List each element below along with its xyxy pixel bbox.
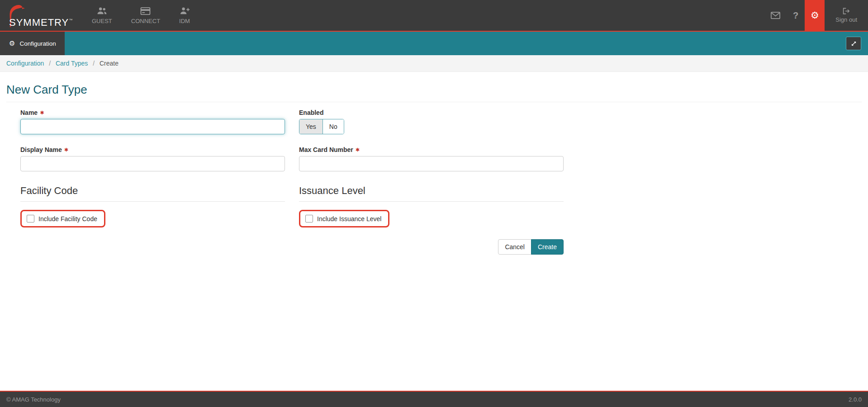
menu-item-label: GUEST	[92, 18, 112, 24]
section-divider	[20, 201, 285, 202]
breadcrumb: Configuration / Card Types / Create	[0, 55, 868, 72]
name-input[interactable]	[20, 119, 285, 134]
page-title: New Card Type	[6, 83, 862, 97]
menu-item-connect[interactable]: CONNECT	[122, 0, 170, 31]
tab-label: Configuration	[19, 40, 56, 47]
help-button[interactable]: ?	[787, 10, 805, 21]
menu-item-label: IDM	[179, 18, 190, 24]
fullscreen-toggle-button[interactable]	[846, 37, 861, 50]
sign-out-label: Sign out	[835, 16, 857, 23]
symmetry-logo[interactable]: SYMMETRY™	[0, 0, 76, 31]
required-marker: ✱	[356, 147, 360, 152]
include-issuance-level-label[interactable]: Include Issuance Level	[317, 215, 381, 222]
include-issuance-level-highlight: Include Issuance Level	[299, 210, 389, 227]
facility-code-section: Facility Code Include Facility Code	[20, 183, 285, 227]
breadcrumb-card-types[interactable]: Card Types	[56, 60, 88, 67]
include-facility-code-label[interactable]: Include Facility Code	[38, 215, 97, 222]
users-icon	[97, 7, 107, 15]
section-divider	[299, 201, 564, 202]
footer-copyright: © AMAG Technology	[6, 396, 61, 403]
name-label: Name ✱	[20, 109, 285, 116]
display-name-field-group: Display Name ✱	[20, 146, 285, 171]
facility-code-title: Facility Code	[20, 185, 285, 197]
footer-version: 2.0.0	[849, 396, 862, 403]
required-marker: ✱	[64, 147, 68, 152]
settings-button-active[interactable]: ⚙	[805, 0, 825, 31]
breadcrumb-separator: /	[49, 60, 51, 67]
trademark: ™	[69, 18, 73, 22]
name-field-group: Name ✱	[20, 109, 285, 134]
question-mark-icon: ?	[793, 10, 798, 20]
sign-out-icon	[843, 8, 850, 14]
create-button[interactable]: Create	[531, 239, 564, 255]
display-name-label: Display Name ✱	[20, 146, 285, 153]
envelope-icon	[771, 12, 780, 19]
enabled-label: Enabled	[299, 109, 564, 116]
form-actions: Cancel Create	[20, 239, 564, 255]
main-menu: GUEST CONNECT IDM	[82, 0, 199, 31]
display-name-input[interactable]	[20, 156, 285, 171]
tab-configuration[interactable]: ⚙ Configuration	[0, 32, 65, 55]
title-divider	[6, 102, 862, 102]
max-card-number-label: Max Card Number ✱	[299, 146, 564, 153]
form-row: Name ✱ Enabled Yes No	[20, 109, 564, 134]
issuance-level-title: Issuance Level	[299, 185, 564, 197]
include-facility-code-highlight: Include Facility Code	[20, 210, 105, 227]
enabled-yes-button[interactable]: Yes	[299, 119, 323, 134]
expand-icon	[850, 40, 857, 47]
user-plus-icon	[180, 7, 190, 15]
page-footer: © AMAG Technology 2.0.0	[0, 391, 868, 407]
main-content: New Card Type Name ✱ Enabled Yes No	[0, 72, 868, 391]
card-icon	[140, 7, 151, 15]
top-navbar: SYMMETRY™ GUEST CONNECT	[0, 0, 868, 32]
brand-name: SYMMETRY™	[9, 17, 73, 28]
max-card-number-input[interactable]	[299, 156, 564, 171]
menu-item-idm[interactable]: IDM	[170, 0, 199, 31]
navbar-right: ? ⚙ Sign out	[764, 0, 868, 31]
enabled-toggle: Yes No	[299, 119, 344, 134]
module-tab-bar: ⚙ Configuration	[0, 32, 868, 55]
menu-item-guest[interactable]: GUEST	[82, 0, 122, 31]
new-card-type-form: Name ✱ Enabled Yes No Display Name	[20, 109, 564, 227]
menu-item-label: CONNECT	[131, 18, 160, 24]
sign-out-button[interactable]: Sign out	[825, 0, 868, 31]
messages-button[interactable]	[764, 12, 787, 19]
required-marker: ✱	[40, 110, 44, 115]
cancel-button[interactable]: Cancel	[498, 239, 531, 255]
include-issuance-level-checkbox[interactable]	[305, 215, 313, 222]
breadcrumb-current: Create	[100, 60, 119, 67]
gear-icon: ⚙	[811, 11, 819, 20]
form-row: Facility Code Include Facility Code Issu…	[20, 183, 564, 227]
breadcrumb-separator: /	[93, 60, 95, 67]
form-row: Display Name ✱ Max Card Number ✱	[20, 146, 564, 171]
breadcrumb-configuration[interactable]: Configuration	[6, 60, 44, 67]
enabled-no-button[interactable]: No	[323, 119, 344, 134]
gear-icon: ⚙	[9, 40, 15, 47]
max-card-number-field-group: Max Card Number ✱	[299, 146, 564, 171]
issuance-level-section: Issuance Level Include Issuance Level	[299, 183, 564, 227]
include-facility-code-checkbox[interactable]	[27, 215, 34, 222]
enabled-field-group: Enabled Yes No	[299, 109, 564, 134]
